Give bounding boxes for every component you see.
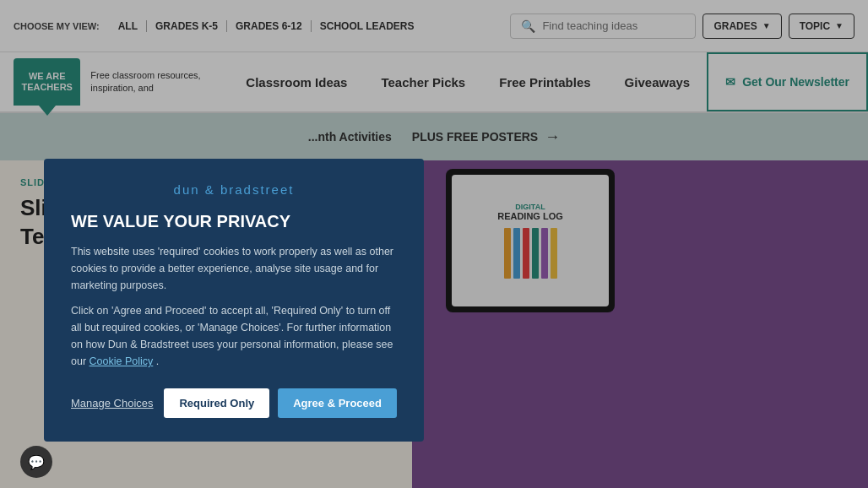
modal-buttons: Manage Choices Required Only Agree & Pro…	[71, 388, 397, 418]
required-only-button[interactable]: Required Only	[164, 388, 269, 418]
manage-choices-button[interactable]: Manage Choices	[71, 397, 154, 409]
privacy-title: WE VALUE YOUR PRIVACY	[71, 212, 397, 231]
cookie-modal: dun & bradstreet WE VALUE YOUR PRIVACY T…	[44, 159, 424, 442]
privacy-body2: Click on 'Agree and Proceed' to accept a…	[71, 302, 397, 370]
db-logo: dun & bradstreet	[71, 182, 397, 197]
chat-icon[interactable]: 💬	[20, 446, 52, 478]
privacy-body1: This website uses 'required' cookies to …	[71, 243, 397, 294]
agree-proceed-button[interactable]: Agree & Proceed	[278, 388, 397, 418]
cookie-policy-link[interactable]: Cookie Policy	[90, 355, 154, 367]
chat-bubble-icon: 💬	[28, 454, 45, 470]
